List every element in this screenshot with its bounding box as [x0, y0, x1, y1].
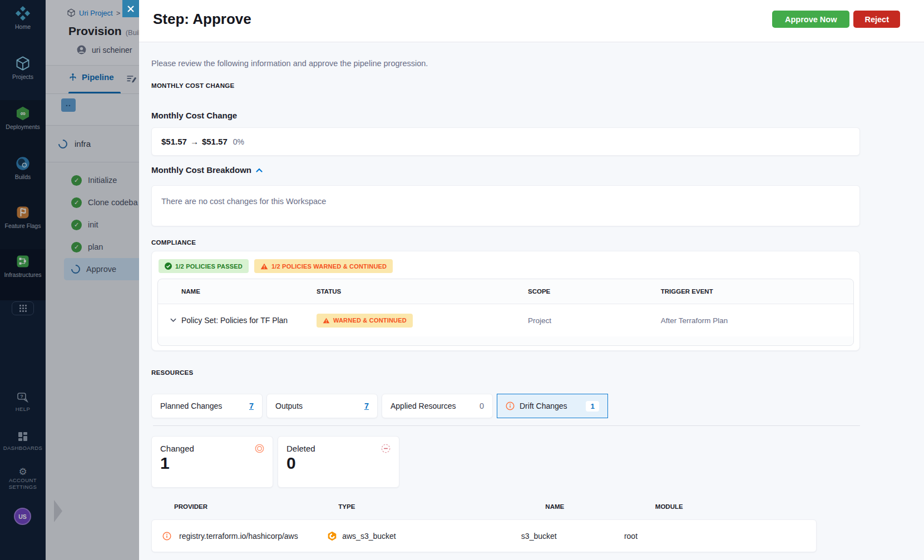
name-value: s3_bucket — [521, 532, 624, 541]
cost-arrow: → — [190, 137, 199, 146]
deleted-count: 0 — [286, 454, 391, 473]
col-header-name: NAME — [158, 288, 317, 295]
section-label-resources: RESOURCES — [151, 369, 860, 376]
col-header-module: MODULE — [655, 503, 860, 510]
policies-passed-label: 1/2 POLICIES PASSED — [175, 263, 243, 270]
planned-changes-card[interactable]: Planned Changes 7 — [151, 394, 263, 418]
applied-resources-label: Applied Resources — [391, 402, 456, 410]
policy-table-row[interactable]: Policy Set: Policies for TF Plan WARNED … — [158, 304, 853, 336]
col-header-scope: SCOPE — [528, 288, 661, 295]
section-label-cost: MONTHLY COST CHANGE — [151, 82, 860, 89]
modal-title: Step: Approve — [153, 11, 251, 28]
deleted-label: Deleted — [286, 444, 315, 453]
drift-summary-cards: Changed 1 Deleted — [151, 436, 860, 488]
approve-step-modal: Step: Approve Approve Now Reject Please … — [139, 0, 924, 560]
drift-table-row[interactable]: registry.terraform.io/hashicorp/aws aws_… — [151, 519, 817, 552]
resource-tab-cards: Planned Changes 7 Outputs 7 Applied Reso… — [151, 394, 860, 418]
modal-backdrop — [0, 0, 139, 560]
policies-warned-badge: 1/2 POLICIES WARNED & CONTINUED — [254, 259, 393, 273]
info-circle-icon — [506, 402, 515, 410]
col-header-name: NAME — [545, 503, 655, 510]
planned-changes-label: Planned Changes — [160, 402, 222, 410]
info-circle-icon — [162, 532, 171, 541]
applied-resources-count: 0 — [480, 402, 484, 410]
drift-table-header: PROVIDER TYPE NAME MODULE — [151, 501, 860, 512]
warning-triangle-icon — [323, 318, 330, 324]
cost-breakdown-toggle[interactable]: Monthly Cost Breakdown — [151, 165, 860, 175]
close-button[interactable] — [122, 0, 139, 17]
outputs-label: Outputs — [275, 402, 303, 410]
cost-change-heading: Monthly Cost Change — [151, 111, 860, 120]
applied-resources-card[interactable]: Applied Resources 0 — [382, 394, 493, 418]
drift-resources-table: PROVIDER TYPE NAME MODULE registry.terra… — [151, 501, 860, 552]
modal-body: Please review the following information … — [139, 42, 924, 560]
cost-breakdown-card: There are no cost changes for this Works… — [151, 185, 860, 226]
cost-breakdown-heading: Monthly Cost Breakdown — [151, 165, 251, 175]
cost-percent-value: 0% — [233, 137, 244, 146]
approve-now-button[interactable]: Approve Now — [772, 11, 849, 28]
module-value: root — [624, 532, 816, 541]
drift-changes-card[interactable]: Drift Changes 1 — [497, 394, 608, 418]
policy-trigger-value: After Terraform Plan — [661, 316, 853, 325]
deleted-icon — [381, 444, 391, 453]
close-icon — [127, 5, 135, 13]
policies-warned-label: 1/2 POLICIES WARNED & CONTINUED — [271, 263, 387, 270]
drift-changes-label: Drift Changes — [520, 402, 567, 410]
policy-table: NAME STATUS SCOPE TRIGGER EVENT Policy S… — [157, 279, 854, 346]
provider-value: registry.terraform.io/hashicorp/aws — [179, 532, 298, 541]
policy-status-label: WARNED & CONTINUED — [333, 317, 407, 324]
planned-changes-count[interactable]: 7 — [249, 402, 254, 410]
cost-to-value: $51.57 — [202, 137, 228, 146]
col-header-status: STATUS — [317, 288, 528, 295]
compliance-card: 1/2 POLICIES PASSED 1/2 POLICIES WARNED … — [151, 251, 860, 351]
col-header-type: TYPE — [338, 503, 545, 510]
intro-text: Please review the following information … — [151, 59, 860, 68]
resources-divider — [153, 425, 860, 426]
modal-actions: Approve Now Reject — [772, 11, 900, 28]
reject-button[interactable]: Reject — [853, 11, 900, 28]
warning-triangle-icon — [260, 263, 268, 270]
policy-table-header: NAME STATUS SCOPE TRIGGER EVENT — [158, 279, 853, 304]
cost-breakdown-empty-text: There are no cost changes for this Works… — [161, 197, 326, 206]
outputs-count[interactable]: 7 — [364, 402, 369, 410]
chevron-down-icon[interactable] — [170, 318, 176, 323]
changed-label: Changed — [160, 444, 194, 453]
section-label-compliance: COMPLIANCE — [151, 239, 860, 246]
cost-change-card: $51.57 → $51.57 0% — [151, 127, 860, 156]
app-root: Home Projects ∞ Deployments Builds — [0, 0, 924, 560]
policy-scope-value: Project — [528, 316, 661, 325]
changed-count: 1 — [160, 454, 264, 473]
col-header-provider: PROVIDER — [151, 503, 338, 510]
warned-continued-badge: WARNED & CONTINUED — [317, 314, 413, 328]
chevron-up-icon — [256, 168, 263, 172]
outputs-card[interactable]: Outputs 7 — [266, 394, 378, 418]
policy-badges: 1/2 POLICIES PASSED 1/2 POLICIES WARNED … — [159, 259, 854, 273]
type-value: aws_s3_bucket — [342, 532, 396, 541]
cost-from-value: $51.57 — [161, 137, 187, 146]
drift-changes-count: 1 — [586, 401, 599, 412]
aws-provider-icon — [327, 531, 337, 541]
deleted-card: Deleted 0 — [278, 436, 399, 488]
policies-passed-badge: 1/2 POLICIES PASSED — [159, 259, 249, 273]
modal-header: Step: Approve Approve Now Reject — [139, 0, 924, 42]
check-circle-icon — [165, 262, 172, 270]
changed-card: Changed 1 — [151, 436, 273, 488]
policy-set-name: Policy Set: Policies for TF Plan — [181, 316, 288, 325]
col-header-trigger-event: TRIGGER EVENT — [661, 288, 853, 295]
changed-icon — [255, 444, 264, 453]
